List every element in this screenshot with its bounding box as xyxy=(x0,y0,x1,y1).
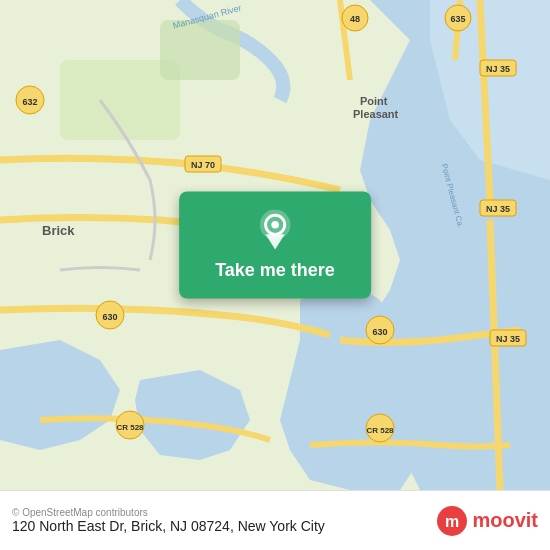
svg-text:NJ 35: NJ 35 xyxy=(486,204,510,214)
take-me-there-button[interactable]: Take me there xyxy=(179,192,371,299)
svg-point-39 xyxy=(271,221,279,229)
svg-marker-40 xyxy=(265,234,284,249)
svg-text:m: m xyxy=(445,513,459,530)
cta-overlay: Take me there xyxy=(179,192,371,299)
osm-credit: © OpenStreetMap contributors xyxy=(12,507,325,518)
location-pin-icon xyxy=(257,210,293,252)
svg-text:CR 528: CR 528 xyxy=(366,426,394,435)
moovit-wordmark: moovit xyxy=(472,509,538,532)
svg-text:Brick: Brick xyxy=(42,223,75,238)
moovit-logo[interactable]: m moovit xyxy=(436,505,538,537)
footer-bar: © OpenStreetMap contributors 120 North E… xyxy=(0,490,550,550)
svg-text:635: 635 xyxy=(450,14,465,24)
footer-left: © OpenStreetMap contributors 120 North E… xyxy=(12,507,325,534)
svg-text:630: 630 xyxy=(372,327,387,337)
svg-text:Point: Point xyxy=(360,95,388,107)
map-container: 632 48 635 NJ 70 NJ 88 NJ 35 NJ 35 NJ 35… xyxy=(0,0,550,490)
svg-rect-7 xyxy=(160,20,240,80)
svg-text:NJ 35: NJ 35 xyxy=(486,64,510,74)
svg-text:630: 630 xyxy=(102,312,117,322)
svg-text:48: 48 xyxy=(350,14,360,24)
svg-text:Pleasant: Pleasant xyxy=(353,108,399,120)
moovit-icon: m xyxy=(436,505,468,537)
svg-text:632: 632 xyxy=(22,97,37,107)
svg-text:CR 528: CR 528 xyxy=(116,423,144,432)
svg-text:NJ 70: NJ 70 xyxy=(191,160,215,170)
address-text: 120 North East Dr, Brick, NJ 08724, New … xyxy=(12,518,325,534)
svg-text:NJ 35: NJ 35 xyxy=(496,334,520,344)
cta-button-label: Take me there xyxy=(215,260,335,281)
